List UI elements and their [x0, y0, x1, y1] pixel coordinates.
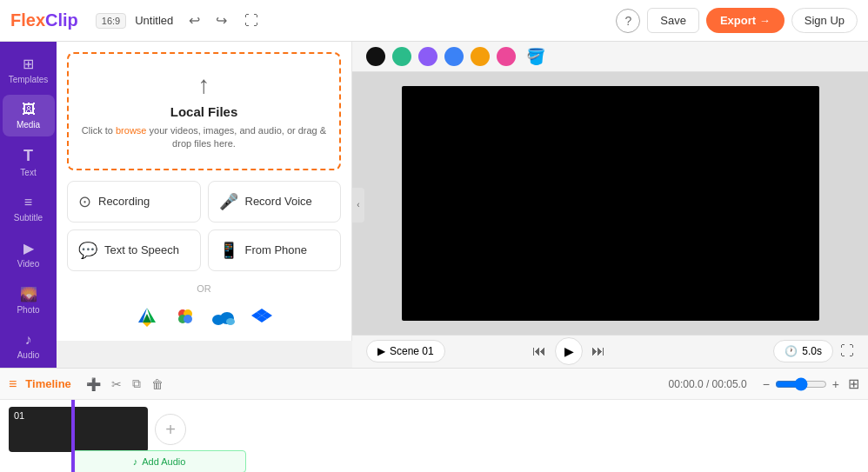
microphone-icon: 🎤	[219, 192, 238, 211]
add-clip-toolbar-button[interactable]: ➕	[83, 375, 103, 394]
sidebar-item-templates[interactable]: ⊞ Templates	[3, 49, 55, 91]
media-options: ⊙ Recording 🎤 Record Voice 💬 Text to Spe…	[67, 181, 341, 271]
timeline-tools: ➕ ✂ ⧉ 🗑	[83, 374, 166, 394]
clock-icon: 🕐	[785, 345, 798, 357]
help-button[interactable]: ?	[616, 9, 640, 33]
save-button[interactable]: Save	[647, 8, 699, 33]
zoom-out-button[interactable]: −	[763, 377, 770, 391]
sidebar: ⊞ Templates 🖼 Media T Text ≡ Subtitle ▶ …	[0, 42, 57, 368]
add-audio-button[interactable]: ♪ Add Audio	[72, 450, 246, 472]
split-button[interactable]: ✂	[109, 375, 124, 394]
panel-wrapper: ↑ Local Files Click to browse your video…	[57, 42, 352, 368]
main-content: ⊞ Templates 🖼 Media T Text ≡ Subtitle ▶ …	[0, 42, 868, 368]
panel-collapse-button[interactable]: ‹	[352, 188, 364, 223]
sidebar-item-label: Subtitle	[14, 213, 43, 223]
video-preview-area	[352, 72, 868, 335]
file-title: Untitled	[135, 14, 173, 27]
text-to-speech-option[interactable]: 💬 Text to Speech	[67, 229, 201, 271]
play-controls: ⏮ ▶ ⏭	[532, 337, 605, 365]
sidebar-item-label: Video	[17, 259, 39, 269]
playback-right: 🕐 5.0s ⛶	[773, 340, 854, 362]
fullscreen-button[interactable]: ⛶	[241, 10, 262, 32]
zoom-in-button[interactable]: +	[832, 377, 839, 391]
zoom-slider[interactable]	[775, 377, 827, 391]
color-teal[interactable]	[392, 47, 411, 66]
add-clip-button[interactable]: +	[155, 414, 186, 445]
play-pause-button[interactable]: ▶	[555, 337, 583, 365]
templates-icon: ⊞	[23, 56, 34, 72]
undo-button[interactable]: ↩	[185, 9, 204, 32]
or-divider: OR	[67, 283, 341, 294]
media-icon: 🖼	[22, 102, 36, 117]
color-blue[interactable]	[444, 47, 464, 66]
recording-icon: ⊙	[78, 192, 91, 211]
svg-marker-2	[138, 322, 156, 327]
sidebar-item-label: Audio	[17, 350, 40, 360]
duration-badge: 🕐 5.0s	[773, 340, 833, 362]
audio-icon: ♪	[25, 332, 32, 348]
logo: FlexClip	[10, 10, 78, 30]
google-drive-button[interactable]	[133, 302, 161, 330]
sidebar-item-audio[interactable]: ♪ Audio	[3, 325, 55, 367]
timeline-fit-button[interactable]: ⊞	[848, 376, 859, 392]
cloud-options	[67, 302, 341, 330]
export-button[interactable]: Export →	[706, 8, 785, 33]
scene-label: Scene 01	[390, 345, 434, 357]
media-panel: ↑ Local Files Click to browse your video…	[57, 42, 352, 341]
canvas-area: 🪣 ▶ Scene 01 ⏮ ▶ ⏭ 🕐 5.0s ⛶	[352, 42, 868, 368]
sidebar-item-label: Templates	[9, 75, 49, 84]
onedrive-button[interactable]	[210, 302, 237, 330]
sidebar-item-photo[interactable]: 🌄 Photo	[3, 279, 55, 322]
expand-button[interactable]: ⛶	[840, 343, 854, 359]
upload-icon: ↑	[198, 71, 210, 99]
scene-badge[interactable]: ▶ Scene 01	[366, 340, 445, 362]
sidebar-item-label: Photo	[17, 305, 39, 315]
timeline-content: 01 + ♪ Add Audio	[0, 400, 868, 472]
color-purple[interactable]	[418, 47, 437, 66]
sidebar-item-subtitle[interactable]: ≡ Subtitle	[3, 188, 55, 229]
timeline-music-icon: ≡	[9, 376, 17, 392]
redo-button[interactable]: ↪	[212, 9, 230, 32]
svg-point-7	[184, 315, 192, 323]
logo-flex: Flex	[10, 10, 45, 30]
from-phone-option[interactable]: 📱 From Phone	[208, 229, 342, 271]
signup-button[interactable]: Sign Up	[791, 8, 858, 33]
fill-icon[interactable]: 🪣	[526, 47, 545, 66]
local-files-dropzone[interactable]: ↑ Local Files Click to browse your video…	[67, 52, 341, 170]
play-icon: ▶	[377, 345, 385, 357]
recording-label: Recording	[98, 195, 150, 208]
sidebar-item-label: Text	[20, 168, 36, 177]
subtitle-icon: ≡	[24, 195, 32, 210]
logo-clip: Clip	[45, 10, 78, 30]
header: FlexClip 16:9 Untitled ↩ ↪ ⛶ ? Save Expo…	[0, 0, 868, 42]
timeline-label: Timeline	[25, 377, 71, 390]
playback-bar: ▶ Scene 01 ⏮ ▶ ⏭ 🕐 5.0s ⛶	[352, 335, 868, 368]
sidebar-item-text[interactable]: T Text	[3, 140, 55, 184]
recording-option[interactable]: ⊙ Recording	[67, 181, 201, 223]
timeline-header: ≡ Timeline ➕ ✂ ⧉ 🗑 00:00.0 / 00:05.0 − +…	[0, 369, 868, 400]
clip-number: 01	[14, 410, 24, 421]
from-phone-label: From Phone	[245, 243, 308, 256]
next-scene-button[interactable]: ⏭	[591, 343, 605, 359]
google-photos-button[interactable]	[171, 302, 199, 330]
delete-button[interactable]: 🗑	[149, 375, 166, 394]
sidebar-item-label: Media	[17, 120, 40, 130]
record-voice-option[interactable]: 🎤 Record Voice	[208, 181, 342, 223]
photo-icon: 🌄	[20, 286, 37, 302]
local-files-title: Local Files	[170, 104, 238, 119]
clip-block[interactable]: 01	[9, 407, 148, 452]
text-icon: T	[23, 147, 33, 165]
sidebar-item-video[interactable]: ▶ Video	[3, 233, 55, 276]
color-yellow[interactable]	[471, 47, 490, 66]
sidebar-item-media[interactable]: 🖼 Media	[3, 95, 55, 136]
copy-button[interactable]: ⧉	[130, 374, 144, 394]
browse-link[interactable]: browse	[116, 125, 146, 136]
timeline: ≡ Timeline ➕ ✂ ⧉ 🗑 00:00.0 / 00:05.0 − +…	[0, 368, 868, 472]
color-toolbar: 🪣	[352, 42, 868, 72]
dropbox-button[interactable]	[248, 302, 276, 330]
svg-point-10	[226, 318, 235, 325]
header-right: ? Save Export → Sign Up	[616, 8, 858, 33]
color-black[interactable]	[366, 47, 385, 66]
prev-scene-button[interactable]: ⏮	[532, 343, 546, 359]
color-pink[interactable]	[497, 47, 516, 66]
